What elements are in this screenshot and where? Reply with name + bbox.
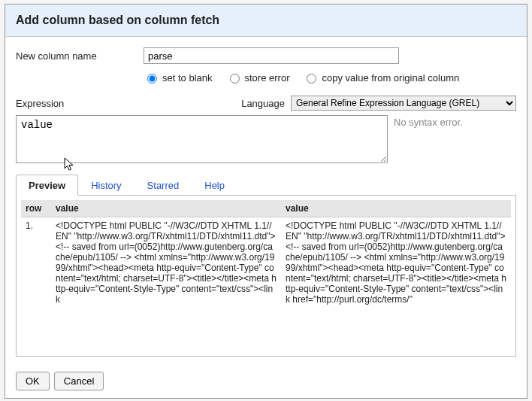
tab-preview[interactable]: Preview <box>16 175 78 196</box>
radio-copy-value-input[interactable] <box>307 74 316 84</box>
preview-cell-rownum: 1. <box>21 217 51 308</box>
tab-history[interactable]: History <box>78 175 134 196</box>
radio-copy-value-label: copy value from original column <box>322 72 459 84</box>
radio-copy-value[interactable]: copy value from original column <box>303 71 459 84</box>
preview-cell-value2: <!DOCTYPE html PUBLIC "-//W3C//DTD XHTML… <box>281 217 511 308</box>
new-column-name-input[interactable] <box>144 47 399 64</box>
radio-store-error-label: store error <box>245 72 290 84</box>
expression-label: Expression <box>16 98 64 109</box>
preview-cell-value1: <!DOCTYPE html PUBLIC "-//W3C//DTD XHTML… <box>51 217 281 308</box>
on-error-radio-group: set to blank store error copy value from… <box>144 71 516 84</box>
radio-set-to-blank-label: set to blank <box>162 72 213 84</box>
preview-header-row: row value value <box>21 200 511 217</box>
language-select[interactable]: General Refine Expression Language (GREL… <box>291 96 516 111</box>
radio-set-to-blank-input[interactable] <box>147 74 157 84</box>
radio-store-error[interactable]: store error <box>226 71 290 84</box>
language-label: Language <box>241 98 285 109</box>
expression-textarea[interactable] <box>16 115 388 163</box>
preview-header-value2: value <box>281 200 511 217</box>
preview-header-value1: value <box>51 200 281 217</box>
radio-store-error-input[interactable] <box>230 74 240 84</box>
dialog-buttons: OK Cancel <box>5 364 527 398</box>
preview-scroll[interactable]: row value value 1. <!DOCTYPE html PUBLIC… <box>21 200 511 351</box>
dialog-title: Add column based on column fetch <box>5 5 527 37</box>
dialog-body: New column name set to blank store error… <box>5 37 527 364</box>
preview-table: row value value 1. <!DOCTYPE html PUBLIC… <box>21 200 511 308</box>
table-row: 1. <!DOCTYPE html PUBLIC "-//W3C//DTD XH… <box>21 217 511 308</box>
expression-header-row: Expression Language General Refine Expre… <box>16 96 516 111</box>
name-row: New column name <box>16 47 516 64</box>
preview-header-row-col: row <box>21 200 51 217</box>
cancel-button[interactable]: Cancel <box>54 372 104 390</box>
radio-set-to-blank[interactable]: set to blank <box>144 71 213 84</box>
expression-row: No syntax error. <box>16 115 516 163</box>
preview-tabs: Preview History Starred Help <box>16 174 516 196</box>
tab-help[interactable]: Help <box>192 175 237 196</box>
tab-starred[interactable]: Starred <box>135 175 192 196</box>
preview-panel: row value value 1. <!DOCTYPE html PUBLIC… <box>16 196 516 357</box>
add-column-dialog: Add column based on column fetch New col… <box>5 4 527 399</box>
ok-button[interactable]: OK <box>16 372 50 390</box>
syntax-status: No syntax error. <box>394 115 516 163</box>
new-column-name-label: New column name <box>16 50 144 62</box>
